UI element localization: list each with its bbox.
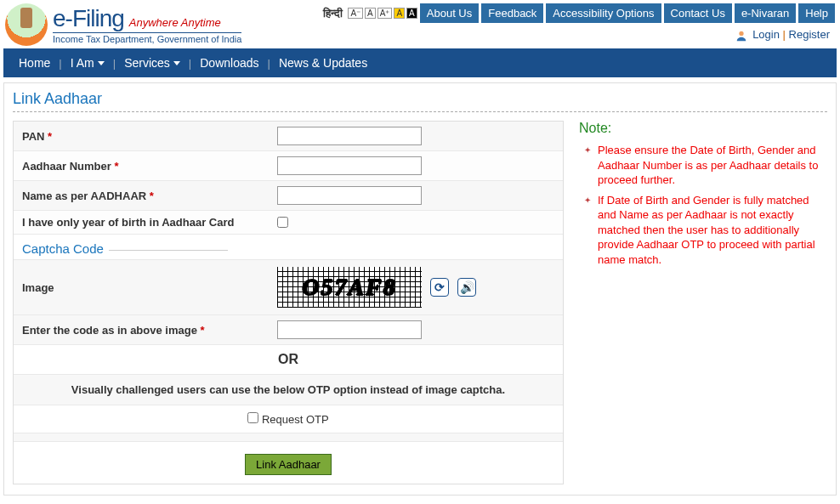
nav-news-label: News & Updates <box>279 56 367 70</box>
main-nav: Home | I Am | Services | Downloads | New… <box>3 48 837 77</box>
contrast-yellow-button[interactable]: A <box>394 8 405 19</box>
chevron-down-icon <box>98 61 105 65</box>
form-panel: PAN * Aadhaar Number * Name as per AADHA… <box>13 121 564 484</box>
request-otp-checkbox[interactable] <box>247 412 258 423</box>
brand-title: e-Filing <box>53 5 124 32</box>
nav-services[interactable]: Services <box>116 56 189 70</box>
font-default-button[interactable]: A <box>365 8 376 19</box>
note-item: Please ensure the Date of Birth, Gender … <box>587 143 827 188</box>
otp-message: Visually challenged users can use the be… <box>14 375 563 405</box>
contrast-black-button[interactable]: A <box>406 8 417 19</box>
svg-point-0 <box>739 31 743 35</box>
content: PAN * Aadhaar Number * Name as per AADHA… <box>13 121 827 484</box>
emblem-icon <box>5 3 48 46</box>
pan-label: PAN * <box>22 130 277 143</box>
notes-list: Please ensure the Date of Birth, Gender … <box>579 143 827 267</box>
brand-tagline: Anywhere Anytime <box>129 16 221 29</box>
feedback-button[interactable]: Feedback <box>481 3 543 23</box>
logo-block: e-Filing Anywhere Anytime Income Tax Dep… <box>5 3 241 46</box>
or-separator: OR <box>14 345 563 375</box>
page: Link Aadhaar PAN * Aadhaar Number * Name… <box>3 82 837 496</box>
audio-captcha-button[interactable]: 🔊 <box>457 278 476 297</box>
captcha-section-head: Captcha Code <box>14 235 563 260</box>
refresh-captcha-button[interactable]: ⟳ <box>430 278 449 297</box>
nav-home[interactable]: Home <box>10 56 59 70</box>
captcha-head-text: Captcha Code <box>22 241 104 256</box>
link-aadhaar-button[interactable]: Link Aadhaar <box>245 454 332 475</box>
nav-downloads[interactable]: Downloads <box>191 56 267 70</box>
accessibility-button[interactable]: Accessibility Options <box>546 3 661 23</box>
about-us-button[interactable]: About Us <box>420 3 479 23</box>
notes-panel: Note: Please ensure the Date of Birth, G… <box>579 121 827 484</box>
note-item: If Date of Birth and Gender is fully mat… <box>587 193 827 268</box>
register-link[interactable]: Register <box>789 28 830 41</box>
pan-label-text: PAN <box>22 130 44 143</box>
captcha-image-label: Image <box>22 281 277 294</box>
enter-code-text: Enter the code as in above image <box>22 324 197 337</box>
nav-services-label: Services <box>124 56 170 70</box>
header-right: हिन्दी A⁻ A A⁺ A A About Us Feedback Acc… <box>323 3 835 42</box>
nav-iam[interactable]: I Am <box>62 56 113 70</box>
header: e-Filing Anywhere Anytime Income Tax Dep… <box>0 0 840 46</box>
speaker-icon: 🔊 <box>460 280 474 294</box>
branding: e-Filing Anywhere Anytime Income Tax Dep… <box>53 5 241 44</box>
help-button[interactable]: Help <box>798 3 835 23</box>
divider <box>109 250 228 251</box>
otp-row: Request OTP <box>14 405 563 433</box>
font-decrease-button[interactable]: A⁻ <box>348 8 363 19</box>
name-label-text: Name as per AADHAAR <box>22 190 146 202</box>
top-buttons: हिन्दी A⁻ A A⁺ A A About Us Feedback Acc… <box>323 3 835 23</box>
enter-code-label: Enter the code as in above image * <box>22 324 277 337</box>
page-title: Link Aadhaar <box>13 90 827 112</box>
aadhaar-label: Aadhaar Number * <box>22 160 277 173</box>
aadhaar-input[interactable] <box>277 156 422 175</box>
contact-us-button[interactable]: Contact Us <box>664 3 732 23</box>
nav-news[interactable]: News & Updates <box>270 56 376 70</box>
chevron-down-icon <box>173 61 180 65</box>
captcha-image: O57AF8 <box>277 267 422 308</box>
hindi-link[interactable]: हिन्दी <box>323 7 343 20</box>
spacer <box>14 433 563 442</box>
pan-input[interactable] <box>277 127 422 145</box>
enivaran-button[interactable]: e-Nivaran <box>735 3 796 23</box>
aadhaar-label-text: Aadhaar Number <box>22 160 111 173</box>
refresh-icon: ⟳ <box>434 280 445 294</box>
captcha-input[interactable] <box>277 320 422 339</box>
required-star: * <box>201 324 205 337</box>
yob-label: I have only year of birth in Aadhaar Car… <box>22 216 277 229</box>
nav-iam-label: I Am <box>71 56 94 70</box>
required-star: * <box>150 190 154 202</box>
required-star: * <box>114 160 118 173</box>
notes-title: Note: <box>579 121 827 136</box>
person-icon <box>735 30 747 42</box>
login-separator: | <box>783 28 786 41</box>
required-star: * <box>48 130 52 143</box>
yob-checkbox[interactable] <box>277 217 288 228</box>
name-label: Name as per AADHAAR * <box>22 190 277 202</box>
login-link[interactable]: Login <box>752 28 780 41</box>
font-increase-button[interactable]: A⁺ <box>377 8 393 19</box>
brand-subtitle: Income Tax Department, Government of Ind… <box>53 32 241 44</box>
submit-row: Link Aadhaar <box>14 442 563 484</box>
nav-downloads-label: Downloads <box>200 56 258 70</box>
nav-home-label: Home <box>19 56 50 70</box>
name-input[interactable] <box>277 186 422 205</box>
login-row: Login | Register <box>735 28 836 42</box>
request-otp-label: Request OTP <box>262 413 329 426</box>
